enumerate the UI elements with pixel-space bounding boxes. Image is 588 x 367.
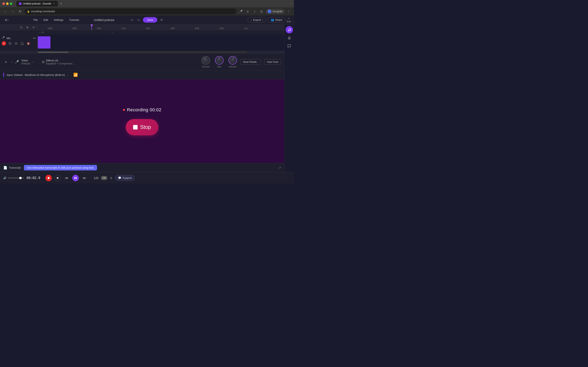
playback-settings-button[interactable]: ⚙ xyxy=(110,176,112,180)
track-more-button[interactable]: ••• xyxy=(33,36,36,40)
sidebar-mic-button[interactable] xyxy=(286,34,293,42)
input-dropdown-button[interactable]: ⌄ xyxy=(67,73,69,76)
autotune-button[interactable]: Auto-Tune xyxy=(264,59,281,65)
zoom-reset-button[interactable]: ↺ xyxy=(31,25,36,30)
refresh-project-button[interactable]: ↻ xyxy=(159,17,164,23)
forward-button[interactable]: → xyxy=(10,8,16,14)
fast-forward-button[interactable]: ⏭ xyxy=(81,175,88,181)
track-headphone-button[interactable]: 🎧 xyxy=(20,41,25,46)
export-button[interactable]: ↓ Export › xyxy=(248,17,266,23)
track-add-button[interactable] xyxy=(8,41,12,46)
track-vol-knob[interactable]: vol xyxy=(14,41,18,46)
loop-toggle[interactable]: ↻ xyxy=(42,31,44,34)
tab-chevron: › xyxy=(291,2,292,5)
app-back-button[interactable] xyxy=(3,16,11,24)
menu-edit[interactable]: Edit xyxy=(41,17,51,23)
effects-sub: Equalizer + Compressor ... xyxy=(46,62,75,65)
ruler-mark-8: 0:4 xyxy=(234,27,258,30)
traffic-lights xyxy=(2,2,12,5)
volume-slider[interactable] xyxy=(8,178,24,178)
back-button[interactable]: ← xyxy=(2,8,8,14)
zoom-fit-button[interactable]: ⊡ xyxy=(19,25,24,30)
minimize-window-button[interactable] xyxy=(6,2,9,5)
microphone-button[interactable]: 🎤 xyxy=(238,8,243,14)
exit-button[interactable]: ↗ Exit xyxy=(287,17,291,23)
loop-markers-row: → ← ↻ xyxy=(0,30,284,35)
browser-chrome: Untitled podcast - Soundtr × + › ← → ↻ 🔒… xyxy=(0,0,294,16)
menu-file[interactable]: File xyxy=(31,17,40,23)
pause-button[interactable] xyxy=(72,175,79,181)
instrument-nav-left[interactable]: ‹ xyxy=(11,60,12,64)
instrument-nav-right[interactable]: › xyxy=(33,60,34,64)
active-tab[interactable]: Untitled podcast - Soundtr × xyxy=(16,1,58,7)
pan-knob-container: Pan xyxy=(215,56,224,68)
menu-tutorials[interactable]: Tutorials xyxy=(67,17,81,23)
close-window-button[interactable] xyxy=(2,2,5,5)
expand-icon: ↗ xyxy=(278,166,281,169)
ruler-mark-4: 0:20 xyxy=(136,27,160,30)
bottom-bar: 🔊 00:02.9 ⏮ ⏭ - 120 Off ⚙ 💬 Support xyxy=(0,172,294,184)
transcript-tooltip[interactable]: Use interactive transcripts to edit your… xyxy=(24,165,97,170)
center-content: ⊡ ⚙ ↺ 0:00 0:05 0:10 0:15 0:20 0:25 xyxy=(0,25,284,172)
ruler-mark-3: 0:15 xyxy=(111,27,136,30)
recording-status-text: Recording 00:02 xyxy=(127,107,162,113)
maximize-window-button[interactable] xyxy=(10,2,12,5)
input-meter-icon: 📶 xyxy=(73,73,78,77)
bookmark-button[interactable]: ☆ xyxy=(252,8,258,14)
ruler-mark-1: 0:05 xyxy=(62,27,87,30)
refresh-button[interactable]: ↻ xyxy=(17,8,23,14)
sidebar-chat-button[interactable] xyxy=(286,42,293,50)
tab-close-button[interactable]: × xyxy=(52,2,55,5)
stop-square-icon xyxy=(133,125,138,129)
redo-button[interactable]: ↪ xyxy=(136,17,141,23)
sidebar-music-button[interactable] xyxy=(286,26,293,33)
pan-knob[interactable] xyxy=(215,56,224,65)
share-button[interactable]: 👥 Share xyxy=(268,17,285,23)
volume-knob[interactable] xyxy=(228,56,237,65)
undo-button[interactable]: ↩ xyxy=(130,17,135,23)
nav-bar: ← → ↻ 🔒 soundtrap.com/studio/ 🎤 ⎙ ☆ ⊡ 👤 … xyxy=(0,7,294,16)
off-toggle[interactable]: Off xyxy=(101,176,107,180)
effects-section[interactable]: ⊞ Effects (4) Equalizer + Compressor ... xyxy=(42,59,75,65)
track-mute-button[interactable]: 🔇 xyxy=(26,41,31,46)
record-button[interactable] xyxy=(45,175,52,181)
reverb-knob[interactable] xyxy=(201,56,210,65)
horizontal-scrollbar[interactable] xyxy=(38,52,246,53)
instrument-nav: ‹ 🎤 Voice Podcast › xyxy=(11,59,34,65)
scrollbar-thumb[interactable] xyxy=(38,52,68,53)
stop-playback-button[interactable] xyxy=(54,175,61,181)
loop-end-marker[interactable]: ← xyxy=(111,31,114,34)
ruler-marks: 0:00 0:05 0:10 0:15 0:20 0:25 0:30 0:35 … xyxy=(38,25,284,30)
new-tab-button[interactable]: + xyxy=(59,1,63,6)
cast-button[interactable]: ⎙ xyxy=(245,8,251,14)
stop-button[interactable]: Stop xyxy=(126,119,158,135)
track-instrument-icon[interactable]: 🎤 xyxy=(2,36,5,40)
volume-icon: 🔊 xyxy=(3,176,7,179)
ruler-mark-5: 0:25 xyxy=(160,27,185,30)
title-bar: Untitled podcast - Soundtr × + › xyxy=(0,0,294,7)
close-panel-button[interactable]: ✕ xyxy=(3,59,8,64)
right-sidebar xyxy=(284,25,294,172)
menu-settings[interactable]: Settings xyxy=(51,17,66,23)
project-title: Untitled podcast xyxy=(94,18,114,22)
svg-rect-10 xyxy=(76,177,77,179)
timeline-area: ⊡ ⚙ ↺ 0:00 0:05 0:10 0:15 0:20 0:25 xyxy=(0,25,284,54)
zoom-settings-button[interactable]: ⚙ xyxy=(25,25,30,30)
incognito-button[interactable]: 👤 Incognito xyxy=(266,9,285,14)
svg-point-3 xyxy=(288,30,289,31)
address-bar[interactable]: 🔒 soundtrap.com/studio/ xyxy=(25,8,236,14)
ruler-mark-7: 0:35 xyxy=(209,27,234,30)
track-record-button[interactable]: R xyxy=(2,41,6,46)
loop-start-marker[interactable]: → xyxy=(39,31,41,34)
save-preset-button[interactable]: Save Preset... xyxy=(240,59,261,65)
input-row: Input: Default - MacBook Air Microphone … xyxy=(0,71,284,79)
profile-button[interactable]: ⊡ xyxy=(259,8,264,14)
volume-indicator xyxy=(233,57,234,60)
support-button[interactable]: 💬 Support xyxy=(115,175,135,181)
save-button[interactable]: Save xyxy=(143,17,157,23)
volume-knob-container: Volume xyxy=(228,56,237,68)
more-options-button[interactable]: ⋮ xyxy=(286,8,292,14)
rewind-button[interactable]: ⏮ xyxy=(63,175,70,181)
audio-block[interactable] xyxy=(38,36,51,49)
transcript-expand-button[interactable]: ↗ xyxy=(278,166,281,170)
